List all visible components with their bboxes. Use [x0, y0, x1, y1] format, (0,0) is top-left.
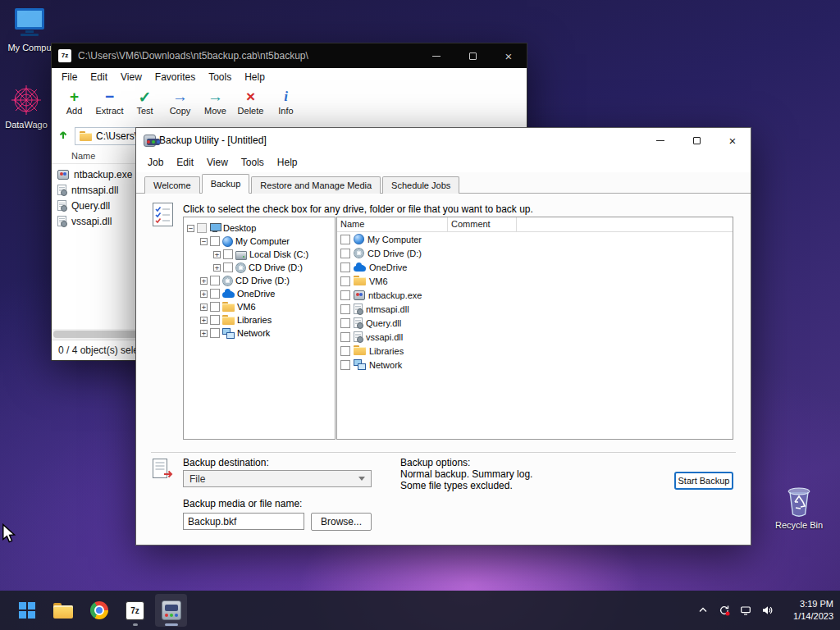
tree-checkbox[interactable]: [210, 315, 220, 325]
list-row-my-computer[interactable]: My Computer: [337, 232, 733, 246]
menu-view[interactable]: View: [200, 157, 235, 168]
menu-edit[interactable]: Edit: [170, 157, 200, 168]
backup-titlebar[interactable]: Backup Utility - [Untitled] ×: [136, 128, 751, 153]
menu-view[interactable]: View: [114, 71, 148, 83]
start-button[interactable]: [11, 594, 43, 627]
taskbar-clock[interactable]: 3:19 PM 1/14/2023: [784, 598, 833, 623]
tree-item-cd-drive-d[interactable]: + CD Drive (D:): [213, 261, 335, 274]
add-button[interactable]: + Add: [57, 88, 92, 116]
close-button[interactable]: ×: [491, 43, 527, 68]
tree-checkbox[interactable]: [223, 262, 233, 272]
tree-item-desktop[interactable]: − Desktop: [187, 221, 335, 235]
menu-file[interactable]: File: [55, 71, 84, 83]
desktop-icon-recycle-bin[interactable]: Recycle Bin: [768, 482, 830, 530]
backup-tree-panel[interactable]: − Desktop − My Computer + Local Disk (C:…: [183, 217, 336, 440]
list-row-cd-drive-d[interactable]: CD Drive (D:): [337, 246, 733, 260]
name-column-header[interactable]: Name: [337, 217, 448, 231]
menu-tools[interactable]: Tools: [202, 71, 238, 83]
tab-restore-and-manage-media[interactable]: Restore and Manage Media: [251, 176, 381, 194]
menu-help[interactable]: Help: [271, 157, 304, 168]
list-row-ntmsapi-dll[interactable]: ntmsapi.dll: [337, 302, 733, 316]
list-checkbox[interactable]: [340, 290, 350, 300]
delete-button[interactable]: × Delete: [233, 88, 268, 116]
expand-icon[interactable]: +: [213, 264, 221, 272]
expand-icon[interactable]: +: [200, 304, 208, 311]
tree-checkbox[interactable]: [210, 328, 220, 338]
network-icon: [740, 605, 751, 616]
tree-item-local-disk-c[interactable]: + Local Disk (C:): [213, 248, 335, 261]
tree-item-vm6[interactable]: + VM6: [200, 300, 335, 313]
tray-overflow-button[interactable]: [692, 598, 714, 623]
taskbar-backup-utility[interactable]: [155, 594, 187, 627]
menu-job[interactable]: Job: [141, 157, 170, 168]
taskbar-chrome[interactable]: [83, 594, 115, 627]
extract-button[interactable]: − Extract: [92, 88, 127, 116]
menu-tools[interactable]: Tools: [235, 157, 271, 168]
tree-item-network[interactable]: + Network: [200, 326, 335, 340]
copy-button[interactable]: → Copy: [162, 88, 198, 116]
up-level-icon[interactable]: [57, 128, 70, 144]
list-checkbox[interactable]: [340, 249, 350, 258]
list-row-query-dll[interactable]: Query.dll: [337, 316, 733, 330]
close-button[interactable]: ×: [714, 128, 751, 153]
list-checkbox[interactable]: [340, 304, 350, 314]
list-checkbox[interactable]: [340, 318, 350, 328]
taskbar-file-explorer[interactable]: [47, 594, 79, 627]
tree-checkbox[interactable]: [210, 276, 220, 285]
info-button[interactable]: i Info: [268, 88, 304, 116]
list-row-vssapi-dll[interactable]: vssapi.dll: [337, 330, 733, 344]
list-checkbox[interactable]: [340, 332, 350, 342]
maximize-button[interactable]: [678, 128, 714, 153]
list-row-ntbackup-exe[interactable]: ntbackup.exe: [337, 288, 733, 302]
tray-network-button[interactable]: [735, 598, 756, 623]
menu-edit[interactable]: Edit: [84, 71, 114, 83]
list-checkbox[interactable]: [340, 262, 350, 272]
desktop-icon-datawagon[interactable]: DataWago: [0, 82, 57, 130]
move-button[interactable]: → Move: [198, 88, 233, 116]
comment-column-header[interactable]: Comment: [448, 217, 517, 231]
collapse-icon[interactable]: −: [200, 238, 208, 245]
list-row-vm6[interactable]: VM6: [337, 274, 733, 288]
backup-filename-input[interactable]: [183, 513, 304, 530]
list-checkbox[interactable]: [340, 235, 350, 244]
start-backup-button[interactable]: Start Backup: [674, 472, 733, 490]
tab-schedule-jobs[interactable]: Schedule Jobs: [382, 176, 459, 194]
tree-checkbox[interactable]: [210, 289, 220, 299]
maximize-button[interactable]: [454, 43, 491, 68]
tree-checkbox[interactable]: [210, 302, 220, 312]
tree-item-my-computer[interactable]: − My Computer: [200, 235, 335, 248]
expand-icon[interactable]: +: [200, 290, 208, 298]
7zip-titlebar[interactable]: 7z C:\Users\VM6\Downloads\nt5backup.cab\…: [52, 43, 527, 68]
backup-list-panel[interactable]: Name Comment My Computer CD Drive (D:) O: [336, 217, 733, 440]
list-row-network[interactable]: Network: [337, 358, 733, 372]
tray-volume-button[interactable]: [756, 598, 778, 623]
expand-icon[interactable]: +: [213, 251, 221, 258]
tree-checkbox[interactable]: [223, 249, 233, 259]
expand-icon[interactable]: +: [200, 317, 208, 324]
tree-item-onedrive[interactable]: + OneDrive: [200, 287, 335, 300]
tree-item-libraries[interactable]: + Libraries: [200, 313, 335, 326]
tab-backup[interactable]: Backup: [202, 174, 250, 194]
minimize-button[interactable]: [642, 128, 678, 153]
tab-welcome[interactable]: Welcome: [144, 176, 200, 194]
browse-button[interactable]: Browse...: [311, 513, 372, 531]
menu-help[interactable]: Help: [238, 71, 272, 83]
minimize-button[interactable]: [418, 43, 454, 68]
tray-sync-button[interactable]: [714, 598, 735, 623]
list-checkbox[interactable]: [340, 346, 350, 356]
tree-checkbox[interactable]: [197, 223, 207, 233]
list-row-onedrive[interactable]: OneDrive: [337, 260, 733, 274]
list-checkbox[interactable]: [340, 276, 350, 286]
collapse-icon[interactable]: −: [187, 225, 194, 232]
tree-checkbox[interactable]: [210, 236, 220, 246]
backup-destination-select[interactable]: File: [183, 470, 372, 487]
list-checkbox[interactable]: [340, 360, 350, 370]
name-column-header[interactable]: Name: [71, 151, 95, 161]
expand-icon[interactable]: +: [200, 330, 208, 337]
menu-favorites[interactable]: Favorites: [148, 71, 202, 83]
taskbar-7zip[interactable]: 7z: [119, 594, 151, 627]
expand-icon[interactable]: +: [200, 277, 208, 285]
list-row-libraries[interactable]: Libraries: [337, 344, 733, 358]
tree-item-cd-drive-d[interactable]: + CD Drive (D:): [200, 274, 335, 287]
test-button[interactable]: ✓ Test: [127, 88, 162, 116]
